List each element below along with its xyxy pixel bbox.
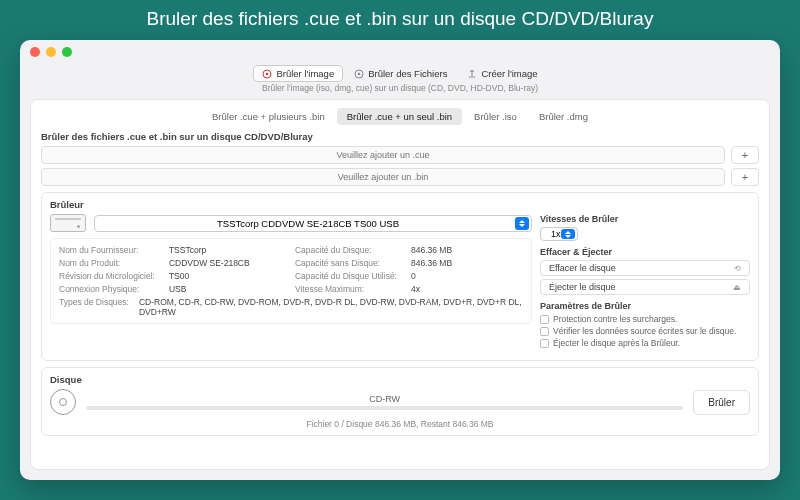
close-icon[interactable] [30, 47, 40, 57]
disc-icon [50, 389, 76, 415]
toolbar-create-image-label: Créer l'image [481, 68, 537, 79]
erase-eject-heading: Effacer & Éjecter [540, 247, 750, 257]
burner-device-select[interactable]: TSSTcorp CDDVDW SE-218CB TS00 USB [94, 215, 532, 232]
connection-value: USB [169, 284, 281, 294]
product-label: Nom du Produit: [59, 258, 155, 268]
disc-panel: Disque CD-RW Brûler Fichier 0 / Disque 8… [41, 367, 759, 436]
toolbar-burn-files-label: Brûler des Fichiers [368, 68, 447, 79]
drive-icon [50, 214, 86, 232]
toolbar-burn-image-label: Brûler l'image [276, 68, 334, 79]
burn-speed-select[interactable]: 1x [540, 227, 578, 241]
erase-disc-label: Effacer le disque [549, 263, 616, 273]
maxspeed-value: 4x [411, 284, 523, 294]
maxspeed-label: Vitesse Maximum: [295, 284, 397, 294]
burner-device-value: TSSTcorp CDDVDW SE-218CB TS00 USB [217, 218, 399, 229]
burner-panel: Brûleur TSSTcorp CDDVDW SE-218CB TS00 US… [41, 192, 759, 361]
burner-info-grid: Nom du Fournisseur: TSSTcorp Capacité du… [50, 238, 532, 324]
toolbar-create-image[interactable]: Créer l'image [459, 66, 545, 81]
firmware-label: Révision du Micrologiciel: [59, 271, 155, 281]
burn-params-heading: Paramètres de Brûler [540, 301, 750, 311]
eject-disc-label: Éjecter le disque [549, 282, 616, 292]
verify-data-label: Vérifier les données source écrites sur … [553, 326, 736, 336]
burner-options: Vitesses de Brûler 1x Effacer & Éjecter … [540, 214, 750, 354]
minimize-icon[interactable] [46, 47, 56, 57]
verify-data-checkbox[interactable] [540, 327, 549, 336]
used-label: Capacité du Disque Utilisé: [295, 271, 397, 281]
free-value: 846.36 MB [411, 258, 523, 268]
capacity-value: 846.36 MB [411, 245, 523, 255]
titlebar [20, 40, 780, 64]
burn-image-icon [262, 69, 272, 79]
eject-disc-button[interactable]: Éjecter le disque⏏ [540, 279, 750, 295]
connection-label: Connexion Physique: [59, 284, 155, 294]
capacity-label: Capacité du Disque: [295, 245, 397, 255]
toolbar-burn-files[interactable]: Brûler des Fichiers [346, 66, 455, 81]
cue-file-input[interactable] [41, 146, 725, 164]
burn-speed-heading: Vitesses de Brûler [540, 214, 750, 224]
main-toolbar: Brûler l'image Brûler des Fichiers Créer… [20, 64, 780, 81]
add-cue-button[interactable]: + [731, 146, 759, 164]
disc-types-value: CD-ROM, CD-R, CD-RW, DVD-ROM, DVD-R, DVD… [139, 297, 523, 317]
product-value: CDDVDW SE-218CB [169, 258, 281, 268]
progress-bar [86, 406, 683, 410]
overload-protection-label: Protection contre les surcharges. [553, 314, 677, 324]
burner-heading: Brûleur [50, 199, 750, 210]
vendor-label: Nom du Fournisseur: [59, 245, 155, 255]
tab-dmg[interactable]: Brûler .dmg [529, 108, 598, 125]
bin-file-input[interactable] [41, 168, 725, 186]
app-window: Brûler l'image Brûler des Fichiers Créer… [20, 40, 780, 480]
create-image-icon [467, 69, 477, 79]
chevron-updown-icon [561, 229, 575, 239]
toolbar-burn-image[interactable]: Brûler l'image [254, 66, 342, 81]
svg-point-1 [266, 72, 268, 74]
content-area: Brûler .cue + plusieurs .bin Brûler .cue… [30, 99, 770, 470]
disc-type-label: CD-RW [86, 394, 683, 404]
disc-types-label: Types de Disques: [59, 297, 129, 317]
toolbar-subtitle: Brûler l'image (iso, dmg, cue) sur un di… [20, 81, 780, 99]
disc-heading: Disque [50, 374, 750, 385]
eject-after-checkbox[interactable] [540, 339, 549, 348]
maximize-icon[interactable] [62, 47, 72, 57]
tab-cue-single-bin[interactable]: Brûler .cue + un seul .bin [337, 108, 462, 125]
svg-point-3 [358, 72, 360, 74]
sub-tabs: Brûler .cue + plusieurs .bin Brûler .cue… [41, 108, 759, 125]
burn-speed-value: 1x [551, 229, 561, 239]
burn-button[interactable]: Brûler [693, 390, 750, 415]
erase-disc-button[interactable]: Effacer le disque⟲ [540, 260, 750, 276]
overload-protection-checkbox[interactable] [540, 315, 549, 324]
vendor-value: TSSTcorp [169, 245, 281, 255]
add-bin-button[interactable]: + [731, 168, 759, 186]
burn-files-icon [354, 69, 364, 79]
eject-after-label: Éjecter le disque après la Brûleur. [553, 338, 680, 348]
refresh-icon: ⟲ [734, 264, 741, 273]
eject-icon: ⏏ [733, 283, 741, 292]
used-value: 0 [411, 271, 523, 281]
page-banner: Bruler des fichiers .cue et .bin sur un … [0, 0, 800, 40]
section-title: Brûler des fichiers .cue et .bin sur un … [41, 131, 759, 142]
tab-iso[interactable]: Brûler .iso [464, 108, 527, 125]
free-label: Capacité sans Disque: [295, 258, 397, 268]
tab-cue-multi-bin[interactable]: Brûler .cue + plusieurs .bin [202, 108, 335, 125]
chevron-updown-icon [515, 217, 529, 230]
firmware-value: TS00 [169, 271, 281, 281]
status-text: Fichier 0 / Disque 846.36 MB, Restant 84… [50, 419, 750, 429]
